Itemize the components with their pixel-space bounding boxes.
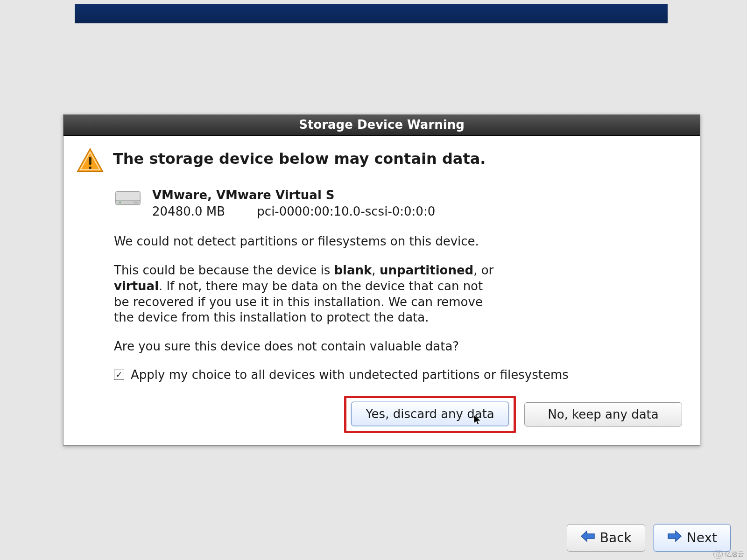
svg-point-6 (119, 202, 121, 203)
back-label: Back (600, 530, 632, 546)
back-button[interactable]: Back (567, 524, 645, 552)
harddisk-icon (114, 187, 142, 210)
no-keep-button[interactable]: No, keep any data (524, 402, 682, 427)
arrow-right-icon (667, 529, 682, 546)
body-paragraph-2: This could be because the device is blan… (114, 263, 497, 326)
device-size: 20480.0 MB (152, 203, 225, 220)
svg-rect-7 (133, 202, 138, 203)
annotation-highlight: Yes, discard any data (344, 396, 516, 433)
arrow-left-icon (580, 529, 595, 546)
body-line-1: We could not detect partitions or filesy… (114, 234, 497, 250)
device-info: VMware, VMware Virtual S 20480.0 MB pci-… (152, 187, 435, 220)
svg-rect-2 (89, 157, 91, 165)
device-row: VMware, VMware Virtual S 20480.0 MB pci-… (114, 187, 687, 220)
dialog-body-text: We could not detect partitions or filesy… (114, 234, 497, 355)
dialog-button-row: Yes, discard any data No, keep any data (77, 396, 687, 433)
wizard-nav: Back Next (567, 524, 731, 552)
device-details: 20480.0 MB pci-0000:00:10.0-scsi-0:0:0:0 (152, 203, 435, 220)
dialog-heading: The storage device below may contain dat… (113, 150, 486, 168)
dialog-title: Storage Device Warning (63, 115, 700, 136)
storage-warning-dialog: Storage Device Warning The storage devic… (63, 114, 700, 446)
watermark-icon: 亿 (713, 550, 723, 559)
dialog-body: The storage device below may contain dat… (63, 136, 700, 445)
device-name: VMware, VMware Virtual S (152, 187, 435, 203)
next-label: Next (687, 530, 717, 546)
svg-marker-10 (668, 531, 681, 541)
svg-marker-9 (581, 531, 594, 541)
watermark-text: 亿速云 (725, 550, 744, 559)
apply-all-label: Apply my choice to all devices with unde… (131, 368, 569, 382)
body-confirm: Are you sure this device does not contai… (114, 339, 497, 355)
watermark: 亿 亿速云 (713, 550, 744, 559)
next-button[interactable]: Next (654, 524, 731, 552)
dialog-heading-row: The storage device below may contain dat… (77, 147, 687, 176)
apply-all-checkbox-row[interactable]: ✓ Apply my choice to all devices with un… (114, 368, 687, 382)
device-path: pci-0000:00:10.0-scsi-0:0:0:0 (257, 204, 435, 218)
yes-discard-button[interactable]: Yes, discard any data (351, 402, 509, 426)
apply-all-checkbox[interactable]: ✓ (114, 370, 124, 380)
installer-top-banner (75, 4, 668, 23)
warning-icon (77, 147, 104, 176)
svg-rect-3 (89, 167, 91, 169)
